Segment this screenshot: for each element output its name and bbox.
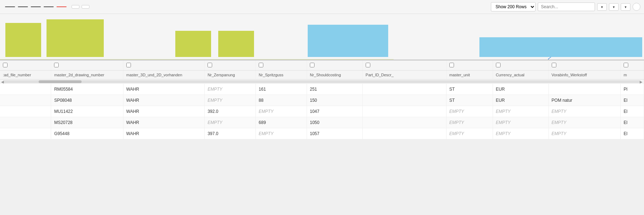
top-bar: Show 200 Rows <box>0 0 644 14</box>
th-last[interactable]: m <box>620 71 644 80</box>
chart-bar-1 <box>5 23 41 57</box>
table-row[interactable]: MU11422WAHR392.0EMPTY1047EMPTYEMPTYEMPTY… <box>0 106 644 117</box>
th-nrshould[interactable]: Nr_Shouldcosting <box>307 71 362 80</box>
cell-nr_shouldcosting: 1050 <box>307 117 362 128</box>
edit-button[interactable] <box>609 3 619 11</box>
th-cad[interactable]: :ad_file_number <box>0 71 51 80</box>
checkbox-master3d[interactable] <box>126 63 131 67</box>
cell-master_3d: WAHR <box>123 106 204 117</box>
checkbox-partid[interactable] <box>366 63 370 67</box>
chart-bar-2 <box>47 19 104 57</box>
actions-button[interactable] <box>597 3 607 11</box>
cell-master_3d: WAHR <box>123 128 204 139</box>
cell-master_2d: SP08048 <box>51 95 123 106</box>
th-partid[interactable]: Part_ID_Descr_ <box>362 71 446 80</box>
chart-bar-5 <box>308 25 388 57</box>
cell-part_id_descr <box>362 128 446 139</box>
cell-master_2d: RM05584 <box>51 84 123 95</box>
chart-bar-6 <box>479 37 642 57</box>
cell-nr_zerspanung: 397.0 <box>205 128 256 139</box>
cell-master_2d: G95448 <box>51 128 123 139</box>
cell-nr_spritzguss: 689 <box>256 117 307 128</box>
view-button[interactable] <box>621 3 630 11</box>
cell-nr_shouldcosting: 251 <box>307 84 362 95</box>
th-vorabinfo[interactable]: Vorabinfo_Werkstoff <box>548 71 620 80</box>
checkbox-nrspritz[interactable] <box>259 63 263 67</box>
table-row[interactable]: MS20728WAHREMPTY6891050EMPTYEMPTYEMPTYEl <box>0 117 644 128</box>
cell-master_unit: ST <box>446 84 493 95</box>
cell-cad_file_number <box>0 128 51 139</box>
cell-master_unit: EMPTY <box>446 128 493 139</box>
cell-cad_file_number <box>0 106 51 117</box>
cell-m_last: El <box>620 95 644 106</box>
chart-bar-3 <box>175 31 211 57</box>
cell-nr_zerspanung: 392.0 <box>205 106 256 117</box>
th-checkbox-nrzersp <box>205 61 256 71</box>
cell-nr_spritzguss: EMPTY <box>256 106 307 117</box>
checkbox-nrshould[interactable] <box>310 63 314 67</box>
th-checkbox-cad <box>0 61 51 71</box>
checkbox-last[interactable] <box>624 63 628 67</box>
stats-section <box>4 6 67 7</box>
checkbox-masterunit[interactable] <box>449 63 454 67</box>
chart-area <box>0 14 644 61</box>
checkbox-vorabinfo[interactable] <box>552 63 556 67</box>
th-nrzersp[interactable]: Nr_Zerspanung <box>205 71 256 80</box>
cell-part_id_descr <box>362 106 446 117</box>
cell-cad_file_number <box>0 95 51 106</box>
badge-selrows <box>44 6 54 7</box>
table-body: RM05584WAHREMPTY161251STEURPlSP08048WAHR… <box>0 84 644 139</box>
th-checkbox-currency <box>493 61 548 71</box>
cell-master_unit: EMPTY <box>446 117 493 128</box>
cell-part_id_descr <box>362 84 446 95</box>
table-row[interactable]: RM05584WAHREMPTY161251STEURPl <box>0 84 644 95</box>
checkbox-master2d[interactable] <box>54 63 59 67</box>
badge-selcols <box>31 6 41 7</box>
th-checkbox-master2d <box>51 61 123 71</box>
cell-nr_shouldcosting: 1047 <box>307 106 362 117</box>
th-nrspritz[interactable]: Nr_Spritzguss <box>256 71 307 80</box>
cell-nr_spritzguss: EMPTY <box>256 128 307 139</box>
table-row[interactable]: SP08048WAHREMPTY88150STEURPOM naturEl <box>0 95 644 106</box>
badge-cols <box>5 6 15 7</box>
cell-part_id_descr <box>362 117 446 128</box>
select-all-button[interactable] <box>72 5 79 9</box>
show-rows-select[interactable]: Show 200 Rows <box>491 2 536 11</box>
cell-master_unit: ST <box>446 95 493 106</box>
th-master2d[interactable]: master_2d_drawing_number <box>51 71 123 80</box>
cell-master_3d: WAHR <box>123 84 204 95</box>
th-checkbox-nrspritz <box>256 61 307 71</box>
cell-master_3d: WAHR <box>123 95 204 106</box>
th-checkbox-partid <box>362 61 446 71</box>
cell-nr_shouldcosting: 1057 <box>307 128 362 139</box>
cell-m_last: El <box>620 117 644 128</box>
cell-nr_zerspanung: EMPTY <box>205 84 256 95</box>
th-checkbox-masterunit <box>446 61 493 71</box>
checkbox-currency[interactable] <box>496 63 501 67</box>
th-checkbox-vorabinfo <box>548 61 620 71</box>
cell-currency_actual: EMPTY <box>493 106 548 117</box>
th-currency[interactable]: Currency_actual <box>493 71 548 80</box>
cell-part_id_descr <box>362 95 446 106</box>
cell-vorabinfo_werkstoff: EMPTY <box>548 128 620 139</box>
search-input[interactable] <box>538 3 595 11</box>
badge-rows <box>18 6 28 7</box>
checkbox-header-row <box>0 61 644 71</box>
cell-vorabinfo_werkstoff: EMPTY <box>548 106 620 117</box>
th-masterunit[interactable]: master_unit <box>446 71 493 80</box>
th-master3d[interactable]: master_3D_und_2D_vorhanden <box>123 71 204 80</box>
table-row[interactable]: G95448WAHR397.0EMPTY1057EMPTYEMPTYEMPTYE… <box>0 128 644 139</box>
cell-vorabinfo_werkstoff: EMPTY <box>548 117 620 128</box>
checkbox-cad[interactable] <box>3 63 8 67</box>
scroll-thumb[interactable] <box>39 80 82 83</box>
checkbox-nrzersp[interactable] <box>208 63 212 67</box>
deselect-all-button[interactable] <box>82 5 89 9</box>
scroll-right-arrow[interactable]: ▶ <box>639 80 644 84</box>
cell-vorabinfo_werkstoff <box>548 84 620 95</box>
help-button[interactable] <box>633 3 640 11</box>
scroll-row: ◀ ▶ <box>0 80 644 84</box>
cell-m_last: El <box>620 128 644 139</box>
cell-cad_file_number <box>0 84 51 95</box>
cell-vorabinfo_werkstoff: POM natur <box>548 95 620 106</box>
scroll-left-arrow[interactable]: ◀ <box>0 80 5 84</box>
